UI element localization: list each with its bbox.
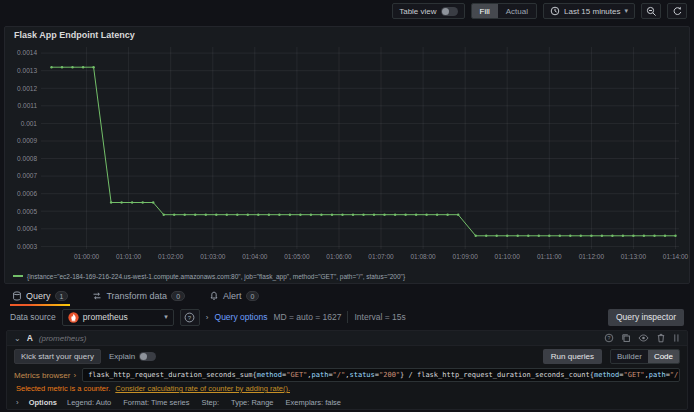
svg-text:0.0006: 0.0006 [17,190,37,197]
chevron-down-icon: ▾ [164,313,168,321]
time-range-label: Last 15 minutes [564,7,620,16]
svg-text:0.0003: 0.0003 [17,243,37,250]
divider [347,311,348,323]
promql-token: flask_http_request_duration_seconds_sum [88,371,252,379]
max-data-points-value: MD = auto = 1627 [273,312,341,322]
builder-code-segment: Builder Code [610,349,680,364]
datasource-row: Data source prometheus ▾ ? › Query optio… [0,306,694,328]
tab-query-label: Query [26,291,51,301]
database-icon [12,291,22,301]
drag-handle[interactable] [673,333,680,343]
svg-text:01:04:00: 01:04:00 [242,253,268,260]
top-toolbar: Table view Fill Actual Last 15 minutes ▾ [0,0,694,22]
time-range-picker[interactable]: Last 15 minutes ▾ [543,3,635,19]
kick-start-query-button[interactable]: Kick start your query [14,349,101,364]
counter-warning: Selected metric is a counter. Consider c… [7,383,687,395]
svg-text:01:14:00: 01:14:00 [663,253,689,260]
options-toggle[interactable]: Options [29,398,57,407]
eye-icon[interactable] [638,333,649,343]
magnifier-minus-icon [646,6,657,17]
options-items: Legend: AutoFormat: Time seriesStep:Type… [67,398,341,407]
svg-text:01:00:00: 01:00:00 [74,253,100,260]
fill-button[interactable]: Fill [472,4,498,18]
svg-text:0.0009: 0.0009 [17,137,37,144]
query-datasource-hint: (prometheus) [39,334,87,343]
rate-hint-link[interactable]: Consider calculating rate of counter by … [115,384,290,393]
promql-token: path [312,371,329,379]
explain-label: Explain [109,352,135,361]
tab-transform-label: Transform data [106,291,167,301]
trash-icon[interactable] [656,333,666,343]
svg-text:01:05:00: 01:05:00 [284,253,310,260]
table-view-toggle[interactable] [441,7,458,16]
svg-text:01:02:00: 01:02:00 [158,253,184,260]
svg-text:01:13:00: 01:13:00 [621,253,647,260]
refresh-icon [672,6,683,17]
query-help-icon[interactable]: ? [604,333,614,343]
collapse-chevron-icon[interactable]: ⌄ [14,334,21,343]
tab-transform-data[interactable]: Transform data 0 [90,291,187,306]
interval-value: Interval = 15s [354,312,405,322]
svg-text:?: ? [608,335,611,341]
svg-text:0.0005: 0.0005 [17,208,37,215]
svg-text:01:11:00: 01:11:00 [537,253,562,260]
datasource-label: Data source [10,312,56,322]
svg-text:0.0014: 0.0014 [17,49,37,56]
promql-token: "/" [333,371,346,379]
svg-text:0.001: 0.001 [21,120,38,127]
promql-token: "GET" [286,371,307,379]
svg-text:0.0007: 0.0007 [17,172,37,179]
query-options-toggle[interactable]: Query options [215,312,268,322]
promql-expression-input[interactable]: flask_http_request_duration_seconds_sum{… [82,368,680,382]
chevron-down-icon: ▾ [624,7,628,15]
bell-icon [209,291,219,301]
refresh-button[interactable] [667,3,687,19]
panel-title: Flask App Endpoint Latency [5,27,689,43]
datasource-name: prometheus [83,312,128,322]
datasource-picker[interactable]: prometheus ▾ [62,309,174,326]
chart-svg[interactable]: 0.00140.00130.00120.00110.0010.00090.000… [5,43,691,265]
copy-icon[interactable] [621,333,631,343]
alert-count-badge: 0 [246,291,260,301]
promql-token: "/" [670,371,680,379]
tab-query[interactable]: Query 1 [10,291,70,306]
tab-alert[interactable]: Alert 0 [207,291,261,306]
run-queries-button[interactable]: Run queries [543,349,602,364]
explain-toggle[interactable] [139,352,156,361]
time-series-panel: Flask App Endpoint Latency 0.00140.00130… [4,26,690,284]
svg-text:01:07:00: 01:07:00 [368,253,394,260]
query-option-item: Format: Time series [123,398,189,407]
svg-text:0.0012: 0.0012 [17,85,37,92]
question-circle-icon: ? [184,312,195,323]
toggle-knob [140,353,147,360]
svg-text:0.0008: 0.0008 [17,155,37,162]
toggle-knob [442,8,449,15]
query-inspector-button[interactable]: Query inspector [608,309,684,326]
query-option-item: Legend: Auto [67,398,111,407]
editor-tabs: Query 1 Transform data 0 Alert 0 [0,284,694,306]
zoom-out-button[interactable] [641,3,661,19]
fill-actual-segment: Fill Actual [471,3,537,19]
time-series-plot[interactable]: 0.00140.00130.00120.00110.0010.00090.000… [5,43,689,269]
datasource-help-button[interactable]: ? [180,309,200,326]
promql-token: status [349,371,374,379]
metrics-browser-label: Metrics browser [14,371,70,380]
query-row-header[interactable]: ⌄ A (prometheus) ? [7,331,687,346]
query-editor-card: ⌄ A (prometheus) ? [6,330,688,410]
metrics-browser-toggle[interactable]: Metrics browser › [14,371,76,380]
query-count-badge: 1 [55,291,69,301]
promql-token: "200" [379,371,400,379]
svg-text:0.0013: 0.0013 [17,67,37,74]
promql-token: method [594,371,619,379]
promql-token: method [257,371,282,379]
promql-token: / [404,371,417,379]
promql-token: path [649,371,666,379]
table-view-label: Table view [399,7,436,16]
builder-button[interactable]: Builder [611,350,648,363]
chevron-right-icon: › [16,398,19,407]
legend-item[interactable]: {instance="ec2-184-169-216-224.us-west-1… [5,269,689,283]
transform-count-badge: 0 [171,291,185,301]
code-button[interactable]: Code [648,350,679,363]
svg-text:01:03:00: 01:03:00 [200,253,226,260]
actual-button[interactable]: Actual [498,4,536,18]
